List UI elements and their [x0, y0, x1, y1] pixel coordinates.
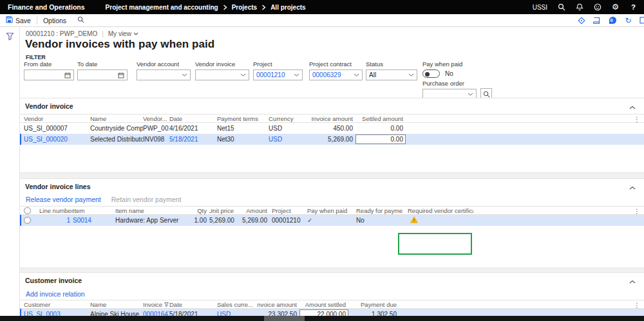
- column-header-item[interactable]: Item: [73, 207, 115, 214]
- power-apps-icon[interactable]: [577, 16, 585, 24]
- column-header-date[interactable]: Date: [169, 301, 217, 308]
- notifications-bell-icon[interactable]: [575, 3, 583, 12]
- messages-bubble-icon[interactable]: 0: [608, 16, 617, 24]
- column-header-amount-settled[interactable]: Amount settled: [299, 301, 348, 308]
- project-contract-combobox[interactable]: 00006329: [309, 69, 363, 80]
- project-contract-label: Project contract: [309, 60, 363, 68]
- breadcrumb-area[interactable]: Projects: [232, 4, 257, 11]
- more-options-icon[interactable]: ⋮: [634, 300, 640, 309]
- column-header-invoice[interactable]: Invoice: [143, 301, 169, 308]
- invoice-link[interactable]: 00001647: [143, 311, 169, 316]
- chevron-down-icon[interactable]: [182, 73, 187, 77]
- more-options-icon[interactable]: ⋮: [634, 206, 640, 216]
- settled-amount-editable-cell[interactable]: 0.00: [355, 134, 406, 144]
- breadcrumb-module[interactable]: Project management and accounting: [106, 4, 218, 11]
- column-header-unit-price[interactable]: Unit price: [209, 207, 236, 214]
- vendor-invoice-grid-header: Vendor Name Vendor... Date Payment terms…: [20, 114, 644, 123]
- column-header-name[interactable]: Name: [90, 301, 143, 308]
- save-button[interactable]: Save: [0, 14, 37, 26]
- column-header-settled-amount[interactable]: Settled amount: [355, 115, 406, 122]
- project-combobox[interactable]: 00001210: [253, 69, 303, 80]
- column-header-item-name[interactable]: Item name: [115, 207, 191, 214]
- feedback-smiley-icon[interactable]: [593, 3, 601, 12]
- vendor-account-label: Vendor account: [137, 60, 191, 68]
- task-guide-book-icon[interactable]: [592, 16, 601, 24]
- vendor-account-combobox[interactable]: [137, 69, 191, 80]
- chevron-down-icon[interactable]: [240, 73, 246, 77]
- column-header-ready-for-payment[interactable]: Ready for payment: [354, 207, 402, 214]
- from-date-input[interactable]: [24, 69, 74, 80]
- scrollbar-thumb[interactable]: [264, 316, 305, 321]
- breadcrumb-page[interactable]: All projects: [270, 4, 305, 11]
- actionpane-right-icons: 0 ↻: [577, 14, 644, 26]
- actionpane-search-icon[interactable]: [72, 16, 90, 24]
- amount-settled-editable-cell[interactable]: 22,000.00: [299, 309, 348, 316]
- refresh-icon[interactable]: ↻: [624, 16, 632, 24]
- help-icon[interactable]: ?: [629, 3, 638, 12]
- chevron-down-icon[interactable]: [408, 73, 414, 77]
- column-header-amount[interactable]: Amount: [236, 207, 270, 214]
- vendor-link[interactable]: US_SI_000020: [24, 136, 90, 143]
- column-header-invoice-amount[interactable]: Invoice amount: [309, 115, 355, 122]
- column-header-pay-when-paid[interactable]: Pay when paid: [305, 207, 354, 214]
- expand-panel-icon[interactable]: [639, 16, 644, 24]
- add-invoice-relation-button[interactable]: Add invoice relation: [26, 290, 85, 298]
- more-options-icon[interactable]: ⋮: [634, 115, 640, 124]
- vendor-invoice-line-row-selected[interactable]: 1 S0014 Hardware: App Server 1.00 5,269.…: [20, 215, 644, 226]
- currency-link[interactable]: USD: [269, 136, 309, 143]
- to-date-input[interactable]: [77, 69, 128, 80]
- column-header-line-number[interactable]: Line number: [39, 207, 73, 214]
- filter-funnel-icon[interactable]: [164, 302, 169, 307]
- vendor-invoice-row-selected[interactable]: US_SI_000020 Selected Distributors INV09…: [20, 134, 644, 145]
- column-header-vendor[interactable]: Vendor: [24, 115, 90, 122]
- vendor-invoice-row[interactable]: US_SI_000007 Countryside Company PWP_001…: [20, 123, 644, 134]
- chevron-down-icon[interactable]: [468, 93, 473, 96]
- calendar-icon[interactable]: [64, 72, 71, 78]
- item-name-cell: Hardware: App Server: [115, 217, 191, 224]
- vendor-invoice-lines-section-header: Vendor invoice lines: [20, 179, 644, 194]
- column-header-currency[interactable]: Currency: [269, 115, 309, 122]
- app-title[interactable]: Finance and Operations: [0, 3, 93, 11]
- divider: |: [102, 30, 104, 37]
- column-header-qty[interactable]: Qty: [191, 207, 209, 214]
- customer-invoice-row-selected[interactable]: US_SI_0003 Alpine Ski House 00001647 5/1…: [20, 309, 644, 316]
- column-header-customer[interactable]: Customer: [24, 301, 90, 308]
- chevron-down-icon[interactable]: [294, 73, 299, 77]
- column-header-vendor-invoice[interactable]: Vendor...: [143, 115, 169, 122]
- collapse-chevron-icon[interactable]: [629, 183, 636, 191]
- options-menu-button[interactable]: Options: [37, 14, 72, 26]
- view-selector[interactable]: My view: [108, 30, 138, 37]
- project-value: 00001210: [256, 71, 294, 78]
- select-all-radio[interactable]: [24, 207, 39, 214]
- column-header-invoice-amount[interactable]: Invoice amount: [257, 301, 299, 308]
- date-link[interactable]: 5/18/2021: [169, 136, 217, 143]
- calendar-icon[interactable]: [118, 72, 124, 78]
- pay-when-paid-toggle[interactable]: [422, 69, 440, 78]
- vendor-invoice-combobox[interactable]: [195, 69, 249, 80]
- horizontal-scrollbar[interactable]: [0, 316, 644, 321]
- project-field: Project 00001210: [253, 60, 303, 80]
- customer-link[interactable]: US_SI_0003: [24, 311, 90, 316]
- release-vendor-payment-button[interactable]: Release vendor payment: [26, 196, 101, 203]
- radio-circle-icon[interactable]: [24, 207, 31, 214]
- sales-currency-link[interactable]: USD: [217, 311, 257, 316]
- certifications-cell: [402, 216, 473, 225]
- column-header-project[interactable]: Project: [270, 207, 305, 214]
- column-header-payment-terms[interactable]: Payment terms: [217, 115, 269, 122]
- settings-gear-icon[interactable]: ⚙: [611, 3, 620, 12]
- filter-funnel-icon[interactable]: [5, 32, 14, 41]
- column-header-date[interactable]: Date: [169, 115, 217, 122]
- column-header-name[interactable]: Name: [90, 115, 143, 122]
- chevron-down-icon[interactable]: [354, 73, 359, 77]
- item-link[interactable]: S0014: [73, 217, 115, 224]
- column-header-sales-currency[interactable]: Sales curre...: [217, 301, 257, 308]
- status-combobox[interactable]: All: [366, 69, 417, 80]
- radio-circle-icon[interactable]: [24, 217, 31, 224]
- collapse-chevron-icon[interactable]: [629, 103, 636, 111]
- collapse-chevron-icon[interactable]: [629, 277, 636, 285]
- row-select-radio[interactable]: [24, 217, 39, 224]
- column-header-required-vendor-certifications[interactable]: Required vendor certifications: [402, 207, 473, 214]
- column-header-payment-due[interactable]: Payment due: [348, 301, 399, 308]
- invoice-amount-cell: 23,302.50: [257, 311, 299, 316]
- search-icon[interactable]: [557, 3, 565, 12]
